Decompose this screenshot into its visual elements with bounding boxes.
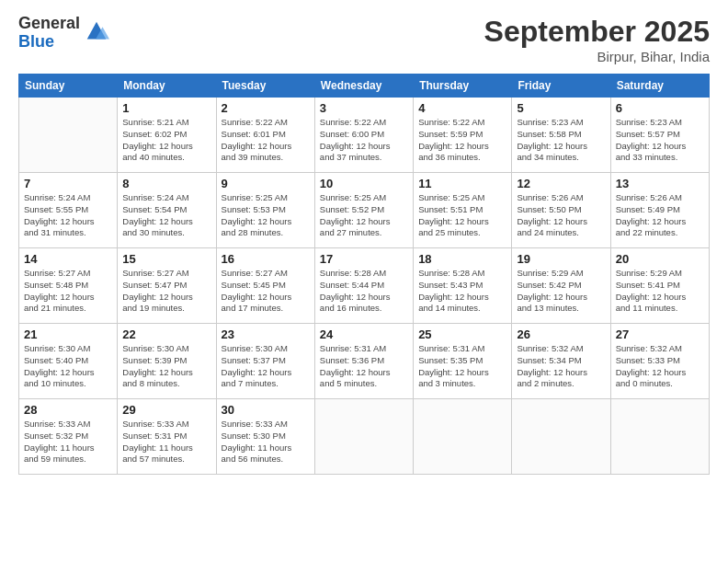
day-info: Sunrise: 5:33 AM Sunset: 5:32 PM Dayligh…	[24, 419, 112, 465]
day-number: 23	[222, 327, 310, 341]
day-number: 12	[517, 177, 605, 190]
calendar-cell	[414, 399, 512, 475]
calendar-cell: 24Sunrise: 5:31 AM Sunset: 5:36 PM Dayli…	[314, 324, 413, 399]
page-header: General Blue September 2025 Birpur, Biha…	[18, 15, 710, 64]
calendar-cell: 12Sunrise: 5:26 AM Sunset: 5:50 PM Dayli…	[512, 173, 610, 248]
calendar-cell: 21Sunrise: 5:30 AM Sunset: 5:40 PM Dayli…	[19, 324, 118, 399]
header-friday: Friday	[512, 75, 610, 98]
day-info: Sunrise: 5:26 AM Sunset: 5:50 PM Dayligh…	[517, 192, 605, 239]
day-number: 5	[517, 101, 605, 115]
day-number: 22	[122, 327, 210, 341]
day-number: 11	[418, 177, 506, 190]
calendar-cell: 19Sunrise: 5:29 AM Sunset: 5:42 PM Dayli…	[512, 248, 610, 324]
header-thursday: Thursday	[414, 75, 512, 98]
day-info: Sunrise: 5:27 AM Sunset: 5:48 PM Dayligh…	[24, 268, 112, 315]
day-info: Sunrise: 5:31 AM Sunset: 5:36 PM Dayligh…	[320, 343, 408, 390]
day-number: 9	[222, 177, 310, 190]
calendar-cell	[19, 98, 118, 173]
day-info: Sunrise: 5:30 AM Sunset: 5:39 PM Dayligh…	[122, 343, 210, 390]
logo: General Blue	[18, 15, 109, 52]
month-title: September 2025	[484, 15, 710, 49]
day-info: Sunrise: 5:30 AM Sunset: 5:37 PM Dayligh…	[222, 343, 310, 390]
day-number: 26	[517, 327, 605, 341]
calendar-cell: 2Sunrise: 5:22 AM Sunset: 6:01 PM Daylig…	[216, 98, 314, 173]
day-number: 2	[222, 101, 310, 115]
calendar-cell: 30Sunrise: 5:33 AM Sunset: 5:30 PM Dayli…	[216, 399, 314, 475]
day-number: 15	[122, 252, 210, 266]
day-info: Sunrise: 5:25 AM Sunset: 5:52 PM Dayligh…	[320, 192, 408, 239]
calendar-cell: 27Sunrise: 5:32 AM Sunset: 5:33 PM Dayli…	[610, 324, 709, 399]
day-number: 24	[320, 327, 408, 341]
calendar-cell: 13Sunrise: 5:26 AM Sunset: 5:49 PM Dayli…	[610, 173, 709, 248]
day-info: Sunrise: 5:29 AM Sunset: 5:42 PM Dayligh…	[517, 268, 605, 315]
day-info: Sunrise: 5:24 AM Sunset: 5:55 PM Dayligh…	[24, 192, 112, 239]
calendar-cell	[610, 399, 709, 475]
day-info: Sunrise: 5:27 AM Sunset: 5:45 PM Dayligh…	[222, 268, 310, 315]
day-info: Sunrise: 5:32 AM Sunset: 5:33 PM Dayligh…	[616, 343, 704, 390]
day-info: Sunrise: 5:33 AM Sunset: 5:31 PM Dayligh…	[122, 419, 210, 465]
day-number: 27	[616, 327, 704, 341]
day-number: 10	[320, 177, 408, 190]
day-info: Sunrise: 5:23 AM Sunset: 5:57 PM Dayligh…	[616, 117, 704, 164]
header-saturday: Saturday	[610, 75, 709, 98]
calendar-cell	[314, 399, 413, 475]
calendar-cell: 4Sunrise: 5:22 AM Sunset: 5:59 PM Daylig…	[414, 98, 512, 173]
day-info: Sunrise: 5:24 AM Sunset: 5:54 PM Dayligh…	[122, 192, 210, 239]
day-info: Sunrise: 5:21 AM Sunset: 6:02 PM Dayligh…	[122, 117, 210, 164]
calendar-cell: 8Sunrise: 5:24 AM Sunset: 5:54 PM Daylig…	[118, 173, 216, 248]
day-info: Sunrise: 5:31 AM Sunset: 5:35 PM Dayligh…	[418, 343, 506, 390]
day-number: 13	[616, 177, 704, 190]
calendar-cell: 17Sunrise: 5:28 AM Sunset: 5:44 PM Dayli…	[314, 248, 413, 324]
day-info: Sunrise: 5:22 AM Sunset: 5:59 PM Dayligh…	[418, 117, 506, 164]
week-row-1: 7Sunrise: 5:24 AM Sunset: 5:55 PM Daylig…	[19, 173, 710, 248]
day-info: Sunrise: 5:25 AM Sunset: 5:51 PM Dayligh…	[418, 192, 506, 239]
day-info: Sunrise: 5:27 AM Sunset: 5:47 PM Dayligh…	[122, 268, 210, 315]
day-number: 19	[517, 252, 605, 266]
calendar-cell: 28Sunrise: 5:33 AM Sunset: 5:32 PM Dayli…	[19, 399, 118, 475]
day-number: 4	[418, 101, 506, 115]
header-tuesday: Tuesday	[216, 75, 314, 98]
calendar-cell: 5Sunrise: 5:23 AM Sunset: 5:58 PM Daylig…	[512, 98, 610, 173]
day-info: Sunrise: 5:22 AM Sunset: 6:01 PM Dayligh…	[222, 117, 310, 164]
calendar-cell: 15Sunrise: 5:27 AM Sunset: 5:47 PM Dayli…	[118, 248, 216, 324]
calendar-cell: 20Sunrise: 5:29 AM Sunset: 5:41 PM Dayli…	[610, 248, 709, 324]
day-number: 6	[616, 101, 704, 115]
week-row-0: 1Sunrise: 5:21 AM Sunset: 6:02 PM Daylig…	[19, 98, 710, 173]
calendar-cell: 1Sunrise: 5:21 AM Sunset: 6:02 PM Daylig…	[118, 98, 216, 173]
calendar-cell: 22Sunrise: 5:30 AM Sunset: 5:39 PM Dayli…	[118, 324, 216, 399]
calendar-cell: 11Sunrise: 5:25 AM Sunset: 5:51 PM Dayli…	[414, 173, 512, 248]
day-info: Sunrise: 5:22 AM Sunset: 6:00 PM Dayligh…	[320, 117, 408, 164]
calendar-cell: 7Sunrise: 5:24 AM Sunset: 5:55 PM Daylig…	[19, 173, 118, 248]
day-info: Sunrise: 5:32 AM Sunset: 5:34 PM Dayligh…	[517, 343, 605, 390]
day-number: 28	[24, 403, 112, 417]
calendar-cell: 9Sunrise: 5:25 AM Sunset: 5:53 PM Daylig…	[216, 173, 314, 248]
calendar-cell: 6Sunrise: 5:23 AM Sunset: 5:57 PM Daylig…	[610, 98, 709, 173]
logo-blue: Blue	[18, 33, 80, 52]
calendar-cell: 26Sunrise: 5:32 AM Sunset: 5:34 PM Dayli…	[512, 324, 610, 399]
title-block: September 2025 Birpur, Bihar, India	[484, 15, 710, 64]
week-row-4: 28Sunrise: 5:33 AM Sunset: 5:32 PM Dayli…	[19, 399, 710, 475]
day-number: 17	[320, 252, 408, 266]
calendar-cell: 29Sunrise: 5:33 AM Sunset: 5:31 PM Dayli…	[118, 399, 216, 475]
week-row-3: 21Sunrise: 5:30 AM Sunset: 5:40 PM Dayli…	[19, 324, 710, 399]
week-row-2: 14Sunrise: 5:27 AM Sunset: 5:48 PM Dayli…	[19, 248, 710, 324]
day-info: Sunrise: 5:30 AM Sunset: 5:40 PM Dayligh…	[24, 343, 112, 390]
day-number: 18	[418, 252, 506, 266]
day-info: Sunrise: 5:33 AM Sunset: 5:30 PM Dayligh…	[222, 419, 310, 465]
header-wednesday: Wednesday	[314, 75, 413, 98]
day-number: 1	[122, 101, 210, 115]
day-info: Sunrise: 5:28 AM Sunset: 5:43 PM Dayligh…	[418, 268, 506, 315]
calendar-cell: 18Sunrise: 5:28 AM Sunset: 5:43 PM Dayli…	[414, 248, 512, 324]
day-number: 25	[418, 327, 506, 341]
calendar-cell: 3Sunrise: 5:22 AM Sunset: 6:00 PM Daylig…	[314, 98, 413, 173]
calendar-cell: 23Sunrise: 5:30 AM Sunset: 5:37 PM Dayli…	[216, 324, 314, 399]
day-info: Sunrise: 5:28 AM Sunset: 5:44 PM Dayligh…	[320, 268, 408, 315]
calendar-cell: 25Sunrise: 5:31 AM Sunset: 5:35 PM Dayli…	[414, 324, 512, 399]
day-number: 21	[24, 327, 112, 341]
location: Birpur, Bihar, India	[484, 49, 710, 64]
day-info: Sunrise: 5:23 AM Sunset: 5:58 PM Dayligh…	[517, 117, 605, 164]
day-number: 14	[24, 252, 112, 266]
day-number: 20	[616, 252, 704, 266]
logo-general: General	[18, 15, 80, 33]
day-info: Sunrise: 5:29 AM Sunset: 5:41 PM Dayligh…	[616, 268, 704, 315]
